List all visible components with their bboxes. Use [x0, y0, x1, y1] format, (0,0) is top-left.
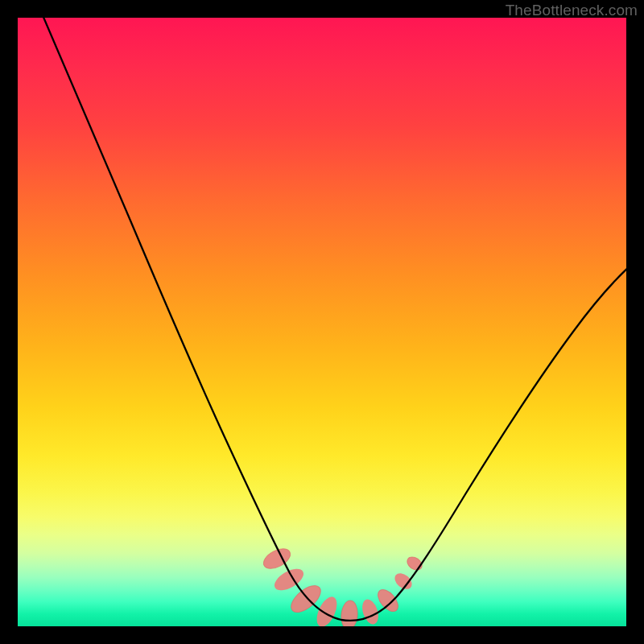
- chart-svg: [18, 18, 626, 626]
- watermark-text: TheBottleneck.com: [506, 2, 638, 19]
- bottleneck-curve: [40, 18, 626, 621]
- svg-point-6: [374, 586, 402, 615]
- plot-area: [18, 18, 626, 626]
- chart-frame: TheBottleneck.com: [0, 0, 644, 644]
- confidence-band: [260, 545, 424, 626]
